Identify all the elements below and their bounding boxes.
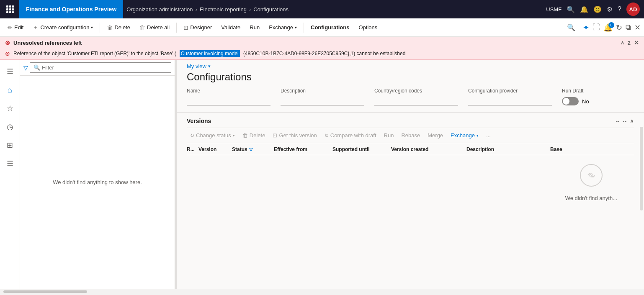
svg-rect-0 <box>6 5 8 8</box>
name-field: Name <box>187 88 270 105</box>
versions-run-button[interactable]: Run <box>381 131 397 140</box>
col-header-effective: Effective from <box>274 146 332 152</box>
close-panel-icon[interactable]: ✕ <box>634 23 641 32</box>
change-status-button[interactable]: ↻ Change status ▾ <box>187 131 238 140</box>
separator-3 <box>304 23 304 33</box>
main-layout: ☰ ⌂ ☆ ◷ ⊞ ☰ ▽ 🔍 We didn't find anything … <box>0 60 644 289</box>
filter-icon[interactable]: ▽ <box>23 64 28 71</box>
rebase-button[interactable]: Rebase <box>398 131 423 140</box>
edit-button[interactable]: ✏ Edit <box>3 22 28 33</box>
right-scrollbar[interactable] <box>640 127 643 210</box>
my-view-chevron-icon[interactable]: ▾ <box>208 64 211 69</box>
sidebar-home-icon[interactable]: ⌂ <box>2 82 18 98</box>
svg-rect-3 <box>6 8 8 10</box>
error-banner-container: ⊗ Unresolved references left ∧ 2 ✕ ⊗ Ref… <box>0 37 644 60</box>
search-icon[interactable]: 🔍 <box>567 5 575 13</box>
versions-exchange-button[interactable]: Exchange ▾ <box>447 131 482 140</box>
edit-icon: ✏ <box>8 24 13 31</box>
versions-dash2: -- <box>623 118 626 124</box>
my-view-label[interactable]: My view <box>187 63 206 69</box>
provider-field: Configuration provider <box>468 88 552 105</box>
favorites-icon[interactable]: ✦ <box>583 23 589 32</box>
breadcrumb-electronic[interactable]: Electronic reporting <box>200 6 247 13</box>
refresh-icon[interactable]: ↻ <box>616 23 622 32</box>
left-sidebar: ☰ ⌂ ☆ ◷ ⊞ ☰ <box>0 60 20 289</box>
versions-more-button[interactable]: ... <box>483 131 494 140</box>
delete-icon: 🗑 <box>107 24 113 31</box>
compare-with-draft-button[interactable]: ↻ Compare with draft <box>321 131 380 140</box>
exchange-chevron-icon: ▾ <box>295 25 297 30</box>
notification-icon[interactable]: 🔔 <box>580 5 588 13</box>
error-dismiss-icon[interactable]: ✕ <box>634 39 639 46</box>
configurations-button[interactable]: Configurations <box>307 22 353 33</box>
filter-input[interactable] <box>42 64 167 71</box>
designer-button[interactable]: ⊡ Designer <box>179 22 216 33</box>
exchange-button[interactable]: Exchange ▾ <box>265 22 301 33</box>
sidebar-nav-toggle[interactable]: ☰ <box>2 63 18 80</box>
open-new-icon[interactable]: ⧉ <box>626 23 631 32</box>
run-draft-toggle-row: No <box>562 97 629 105</box>
top-nav: Finance and Operations Preview Organizat… <box>0 0 644 18</box>
run-draft-toggle[interactable] <box>562 97 579 105</box>
versions-collapse-icon[interactable]: ∧ <box>630 118 634 124</box>
svg-rect-5 <box>12 8 14 10</box>
get-this-version-button[interactable]: ⊡ Get this version <box>269 131 320 140</box>
user-avatar[interactable]: AD <box>626 3 640 16</box>
settings-icon[interactable]: ⚙ <box>607 5 613 13</box>
fullscreen-icon[interactable]: ⛶ <box>592 23 600 32</box>
provider-label: Configuration provider <box>468 88 552 94</box>
error-detail-icon: ⊗ <box>5 50 10 57</box>
help-icon[interactable]: ? <box>618 5 621 13</box>
col-header-version: Version <box>198 146 232 152</box>
name-label: Name <box>187 88 270 94</box>
notifications-badge[interactable]: 🔔 0 <box>603 23 613 32</box>
error-collapse-icon[interactable]: ∧ <box>621 40 624 46</box>
breadcrumb-configurations[interactable]: Configurations <box>253 6 289 13</box>
app-menu-button[interactable] <box>4 3 16 15</box>
create-config-chevron-icon: ▾ <box>91 25 93 30</box>
description-input[interactable] <box>281 95 364 105</box>
merge-button[interactable]: Merge <box>424 131 446 140</box>
country-label: Country/region codes <box>374 88 458 94</box>
left-panel-toolbar: ▽ 🔍 <box>20 60 175 76</box>
svg-rect-2 <box>12 5 14 8</box>
delete-all-button[interactable]: 🗑 Delete all <box>135 22 174 33</box>
command-search-icon[interactable]: 🔍 <box>567 24 575 31</box>
run-draft-field: Run Draft No <box>562 88 629 105</box>
svg-rect-7 <box>9 11 11 13</box>
toggle-knob <box>563 98 569 105</box>
change-status-chevron: ▾ <box>233 133 235 138</box>
form-fields: Name Description Country/region codes Co… <box>177 88 644 113</box>
col-header-r: R... <box>187 146 198 152</box>
run-draft-label: Run Draft <box>562 88 629 94</box>
create-configuration-button[interactable]: ＋ Create configuration ▾ <box>28 21 97 34</box>
col-header-status: Status ▽ <box>232 146 274 152</box>
error-detail-text1: Reference of the object 'Customer FTI re… <box>13 51 176 56</box>
bottom-scroll-container <box>0 289 644 294</box>
delete-button[interactable]: 🗑 Delete <box>103 22 134 33</box>
command-search[interactable]: 🔍 <box>567 23 575 31</box>
sidebar-workspaces-icon[interactable]: ⊞ <box>2 137 18 154</box>
bottom-scrollbar[interactable] <box>3 290 87 293</box>
status-filter-icon[interactable]: ▽ <box>249 147 252 152</box>
sidebar-recent-icon[interactable]: ◷ <box>2 118 18 135</box>
versions-toolbar: ↻ Change status ▾ 🗑 Delete ⊡ Get this ve… <box>187 128 634 143</box>
sidebar-favorites-icon[interactable]: ☆ <box>2 100 18 117</box>
empty-state-icon <box>580 164 603 192</box>
run-button[interactable]: Run <box>245 22 264 33</box>
breadcrumb-org[interactable]: Organization administration <box>126 6 193 13</box>
versions-title: Versions <box>187 118 616 124</box>
smiley-icon[interactable]: 🙂 <box>593 5 602 13</box>
right-panel: My view ▾ Configurations Name Descriptio… <box>177 60 644 289</box>
country-input[interactable] <box>374 95 458 105</box>
run-draft-value: No <box>582 98 589 105</box>
svg-rect-1 <box>9 5 11 8</box>
provider-input[interactable] <box>468 95 552 105</box>
name-input[interactable] <box>187 95 270 105</box>
sidebar-modules-icon[interactable]: ☰ <box>2 155 18 172</box>
validate-button[interactable]: Validate <box>217 22 245 33</box>
filter-input-wrap: 🔍 <box>30 62 171 73</box>
versions-delete-button[interactable]: 🗑 Delete <box>239 131 269 140</box>
options-button[interactable]: Options <box>354 22 381 33</box>
separator-2 <box>176 23 177 33</box>
